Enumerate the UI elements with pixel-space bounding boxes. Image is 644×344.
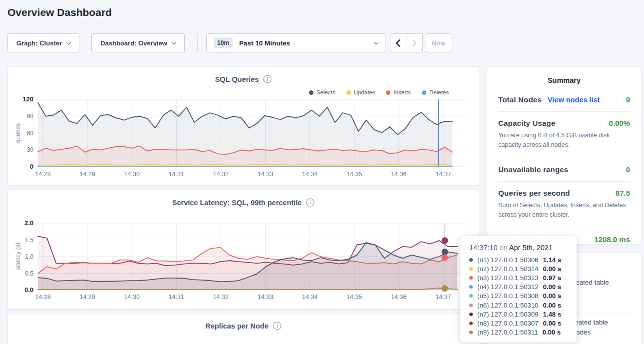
summary-value: 9 <box>626 95 630 104</box>
tooltip-time: 14:37:10 on Apr 5th, 2021 <box>469 244 570 252</box>
tooltip-dot <box>469 285 473 289</box>
tooltip-rows: (n1) 127.0.0.1:503061.14 s(n2) 127.0.0.1… <box>469 255 570 337</box>
x-tick-label: 14:29 <box>79 171 95 178</box>
tooltip-dot <box>469 294 473 298</box>
tooltip-dot <box>469 313 473 316</box>
x-tick-label: 14:33 <box>258 171 273 178</box>
hover-dot <box>442 249 448 255</box>
graph-dropdown[interactable]: Graph: Cluster <box>7 33 79 52</box>
tooltip-dot <box>469 267 473 271</box>
chevron-down-icon <box>66 39 71 44</box>
y-tick-label: 0.0 <box>24 286 33 294</box>
chart-card-sql-queries: SQL Queries SelectsUpdatesInsertsDeletes… <box>7 66 479 186</box>
event-text-fragment: odes <box>576 329 591 336</box>
x-tick-label: 14:35 <box>346 171 362 178</box>
x-tick-label: 14:30 <box>124 171 140 178</box>
service-latency-chart-area[interactable]: 14:2814:2914:3014:3114:3214:3314:3414:35… <box>8 215 480 308</box>
legend-dot <box>422 90 426 95</box>
legend-item[interactable]: Selects <box>309 89 335 95</box>
y-tick-label: 1.0 <box>25 253 33 260</box>
summary-value: 0 <box>626 165 630 174</box>
time-range-label: Past 10 Minutes <box>239 39 290 47</box>
tooltip-label: (n7) 127.0.0.1:50309 <box>477 311 538 318</box>
graph-dropdown-label: Graph: Cluster <box>16 39 62 47</box>
summary-value: 87.5 <box>616 189 630 197</box>
tooltip-row: (n9) 127.0.0.1:503110.00 s <box>469 328 570 337</box>
summary-row-qps: Queries per second 87.5 Sum of Selects, … <box>498 182 630 228</box>
x-tick-label: 14:28 <box>35 171 50 178</box>
time-range-pager <box>390 33 423 52</box>
y-tick-label: 2.0 <box>24 219 33 227</box>
y-tick-label: 90 <box>27 113 34 120</box>
summary-card: Summary Total Nodes View nodes list 9 Ca… <box>487 66 642 245</box>
tooltip-label: (n9) 127.0.0.1:50311 <box>477 329 538 336</box>
legend-label: Inserts <box>393 89 411 95</box>
summary-value: 0.00% <box>609 119 630 127</box>
legend-label: Selects <box>317 89 335 95</box>
time-range-badge: 10m <box>214 37 233 48</box>
y-axis-label: latency (s) <box>14 243 21 270</box>
sql-queries-chart-area[interactable]: 14:2814:2914:3014:3114:3214:3314:3414:35… <box>8 96 480 185</box>
hover-dot <box>442 285 448 292</box>
tooltip-label: (n1) 127.0.0.1:50306 <box>477 256 538 264</box>
time-range-picker[interactable]: 10m Past 10 Minutes <box>206 33 385 52</box>
tooltip-row: (n7) 127.0.0.1:503091.48 s <box>469 310 570 319</box>
tooltip-label: (n2) 127.0.0.1:50314 <box>477 265 538 273</box>
dashboard-dropdown[interactable]: Dashboard: Overview <box>91 33 185 52</box>
legend-item[interactable]: Deletes <box>422 89 449 95</box>
x-tick-label: 14:31 <box>169 294 184 301</box>
legend-dot <box>386 90 390 95</box>
x-tick-label: 14:36 <box>391 171 406 178</box>
legend-dot <box>309 90 314 95</box>
tooltip-dot <box>469 322 473 325</box>
legend-dot <box>346 90 351 95</box>
tooltip-label: (n4) 127.0.0.1:50312 <box>477 283 538 291</box>
x-tick-label: 14:28 <box>35 294 50 301</box>
legend-label: Deletes <box>429 89 449 95</box>
hover-dot <box>442 237 448 244</box>
info-icon[interactable] <box>263 75 272 83</box>
tooltip-value: 1.48 s <box>543 311 561 318</box>
legend-label: Updates <box>354 89 375 95</box>
x-tick-label: 14:33 <box>258 294 273 301</box>
tooltip-value: 0.00 s <box>542 329 561 336</box>
y-tick-label: 60 <box>27 130 34 137</box>
tooltip-dot <box>469 331 473 334</box>
x-tick-label: 14:37 <box>435 171 451 178</box>
hover-tooltip: 14:37:10 on Apr 5th, 2021 (n1) 127.0.0.1… <box>460 236 577 343</box>
chart-title: Service Latency: SQL, 99th percentile <box>172 199 302 207</box>
tooltip-row: (n3) 127.0.0.1:503130.97 s <box>469 273 570 282</box>
view-nodes-link[interactable]: View nodes list <box>548 96 600 104</box>
prev-range-button[interactable] <box>390 33 406 52</box>
x-tick-label: 14:35 <box>346 294 362 301</box>
tooltip-dot <box>469 304 473 307</box>
tooltip-label: (n8) 127.0.0.1:50307 <box>477 320 538 327</box>
now-button[interactable]: Now <box>426 33 451 52</box>
dashboard-dropdown-label: Dashboard: Overview <box>100 39 167 47</box>
x-tick-label: 14:31 <box>169 171 184 178</box>
legend-item[interactable]: Inserts <box>386 89 411 95</box>
tooltip-dot <box>469 258 473 262</box>
chart-card-service-latency: Service Latency: SQL, 99th percentile 14… <box>7 190 479 310</box>
legend-item[interactable]: Updates <box>346 89 375 95</box>
tooltip-label: (n3) 127.0.0.1:50313 <box>477 274 538 282</box>
page-title: Overview Dashboard <box>7 6 112 18</box>
next-range-button[interactable] <box>406 33 423 52</box>
chart-card-replicas-per-node: Replicas per Node <box>7 313 479 344</box>
info-icon[interactable] <box>273 322 282 330</box>
info-icon[interactable] <box>306 198 315 207</box>
tooltip-value: 0.97 s <box>543 274 561 282</box>
chevron-down-icon <box>171 39 176 44</box>
x-tick-label: 14:32 <box>213 294 229 301</box>
hover-dot <box>442 255 448 261</box>
chart-legend: SelectsUpdatesInsertsDeletes <box>309 89 449 95</box>
x-tick-label: 14:32 <box>213 171 229 178</box>
x-tick-label: 14:36 <box>391 294 406 301</box>
y-tick-label: 0.5 <box>25 270 33 277</box>
tooltip-value: 1.14 s <box>543 256 561 264</box>
event-text-fragment: eated table <box>575 319 608 326</box>
summary-desc: Sum of Selects, Updates, Inserts, and De… <box>498 201 630 220</box>
tooltip-row: (n5) 127.0.0.1:503080.00 s <box>469 292 570 301</box>
summary-label: Unavailable ranges <box>498 165 568 174</box>
summary-value: 1208.0 ms <box>594 235 630 244</box>
